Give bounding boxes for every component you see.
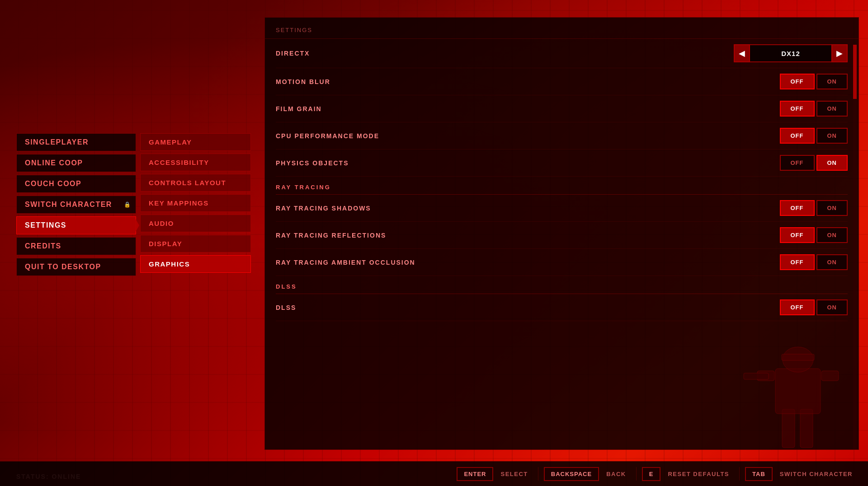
directx-arrow-left[interactable]: ◀ bbox=[734, 44, 750, 62]
physics-objects-row: PHYSICS OBJECTS OFF ON bbox=[276, 150, 848, 177]
ray-tracing-reflections-on[interactable]: ON bbox=[816, 227, 848, 243]
enter-key-button[interactable]: ENTER bbox=[457, 467, 493, 481]
settings-header: SETTINGS bbox=[265, 18, 859, 39]
dlss-off[interactable]: OFF bbox=[780, 299, 815, 315]
cpu-performance-label: CPU PERFORMANCE MODE bbox=[276, 132, 379, 140]
backspace-key-button[interactable]: BACKSPACE bbox=[544, 467, 599, 481]
separator-3 bbox=[739, 467, 740, 481]
separator-1 bbox=[538, 467, 538, 481]
film-grain-controls: OFF ON bbox=[780, 101, 848, 117]
settings-panel: SETTINGS DirectX ◀ DX12 ▶ MOTION BLUR OF… bbox=[264, 17, 859, 450]
film-grain-label: FILM GRAIN bbox=[276, 105, 322, 112]
ray-tracing-ambient-row: RAY TRACING AMBIENT OCCLUSION OFF ON bbox=[276, 249, 848, 276]
submenu-controls-layout[interactable]: CONTROLS LAYOUT bbox=[140, 174, 251, 192]
film-grain-row: FILM GRAIN OFF ON bbox=[276, 95, 848, 122]
physics-objects-label: PHYSICS OBJECTS bbox=[276, 159, 349, 167]
backspace-key-label: BACK bbox=[602, 471, 631, 477]
motion-blur-on[interactable]: ON bbox=[816, 74, 848, 89]
menu-online-coop[interactable]: ONLINE COOP bbox=[16, 154, 136, 172]
physics-objects-controls: OFF ON bbox=[780, 155, 848, 171]
directx-label: DirectX bbox=[276, 50, 310, 57]
menu-settings[interactable]: SETTINGS bbox=[16, 216, 136, 234]
scrollbar-track[interactable] bbox=[853, 45, 857, 449]
motion-blur-off[interactable]: OFF bbox=[780, 74, 815, 89]
ray-tracing-reflections-row: RAY TRACING REFLECTIONS OFF ON bbox=[276, 222, 848, 249]
cpu-performance-controls: OFF ON bbox=[780, 128, 848, 144]
cpu-performance-row: CPU PERFORMANCE MODE OFF ON bbox=[276, 122, 848, 150]
menu-quit[interactable]: QUIT TO DESKTOP bbox=[16, 258, 136, 276]
directx-arrow-right[interactable]: ▶ bbox=[831, 44, 848, 62]
directx-row: DirectX ◀ DX12 ▶ bbox=[276, 39, 848, 68]
left-menu: SINGLEPLAYER ONLINE COOP COUCH COOP SWIT… bbox=[16, 133, 152, 279]
ray-tracing-shadows-on[interactable]: ON bbox=[816, 200, 848, 216]
ray-tracing-ambient-off[interactable]: OFF bbox=[780, 254, 815, 270]
separator-2 bbox=[636, 467, 637, 481]
bottom-bar: ENTER SELECT BACKSPACE BACK E RESET DEFA… bbox=[0, 461, 868, 486]
ray-tracing-shadows-controls: OFF ON bbox=[780, 200, 848, 216]
menu-switch-character[interactable]: SWITCH CHARACTER bbox=[16, 196, 136, 214]
settings-header-text: SETTINGS bbox=[276, 27, 312, 33]
ray-tracing-ambient-label: RAY TRACING AMBIENT OCCLUSION bbox=[276, 259, 415, 266]
dlss-controls: OFF ON bbox=[780, 299, 848, 315]
motion-blur-controls: OFF ON bbox=[780, 74, 848, 89]
ray-tracing-reflections-controls: OFF ON bbox=[780, 227, 848, 243]
directx-control: ◀ DX12 ▶ bbox=[734, 44, 848, 62]
submenu-key-mappings[interactable]: KEY MAPPINGS bbox=[140, 194, 251, 212]
submenu-graphics[interactable]: GRAPHICS bbox=[140, 255, 251, 273]
cpu-performance-off[interactable]: OFF bbox=[780, 128, 815, 144]
physics-objects-on[interactable]: ON bbox=[816, 155, 848, 171]
enter-key-label: SELECT bbox=[496, 471, 532, 477]
film-grain-off[interactable]: OFF bbox=[780, 101, 815, 117]
ray-tracing-reflections-off[interactable]: OFF bbox=[780, 227, 815, 243]
e-key-button[interactable]: E bbox=[642, 467, 661, 481]
menu-singleplayer[interactable]: SINGLEPLAYER bbox=[16, 133, 136, 151]
menu-couch-coop[interactable]: COUCH COOP bbox=[16, 175, 136, 193]
ray-tracing-section-title: RAY TRACING bbox=[276, 177, 848, 195]
dlss-on[interactable]: ON bbox=[816, 299, 848, 315]
directx-value: DX12 bbox=[750, 44, 831, 62]
tab-key-button[interactable]: TAB bbox=[745, 467, 773, 481]
physics-objects-off[interactable]: OFF bbox=[780, 155, 815, 171]
cpu-performance-on[interactable]: ON bbox=[816, 128, 848, 144]
dlss-section-title: DLSS bbox=[276, 276, 848, 294]
menu-credits[interactable]: CREDITS bbox=[16, 237, 136, 255]
ray-tracing-shadows-off[interactable]: OFF bbox=[780, 200, 815, 216]
right-submenu: GAMEPLAY ACCESSIBILITY CONTROLS LAYOUT K… bbox=[140, 133, 253, 276]
ray-tracing-shadows-row: RAY TRACING SHADOWS OFF ON bbox=[276, 195, 848, 222]
film-grain-on[interactable]: ON bbox=[816, 101, 848, 117]
submenu-display[interactable]: DISPLAY bbox=[140, 235, 251, 252]
scrollbar-thumb[interactable] bbox=[853, 45, 857, 99]
ray-tracing-reflections-label: RAY TRACING REFLECTIONS bbox=[276, 232, 386, 239]
submenu-accessibility[interactable]: ACCESSIBILITY bbox=[140, 154, 251, 171]
submenu-audio[interactable]: AUDIO bbox=[140, 215, 251, 232]
e-key-label: RESET DEFAULTS bbox=[663, 471, 734, 477]
tab-key-label: SWITCH CHARACTER bbox=[775, 471, 857, 477]
settings-content[interactable]: DirectX ◀ DX12 ▶ MOTION BLUR OFF ON FILM… bbox=[265, 39, 859, 444]
dlss-label: DLSS bbox=[276, 304, 296, 311]
dlss-row: DLSS OFF ON bbox=[276, 294, 848, 321]
ray-tracing-ambient-on[interactable]: ON bbox=[816, 254, 848, 270]
motion-blur-label: MOTION BLUR bbox=[276, 78, 330, 85]
submenu-gameplay[interactable]: GAMEPLAY bbox=[140, 133, 251, 151]
motion-blur-row: MOTION BLUR OFF ON bbox=[276, 68, 848, 95]
ray-tracing-shadows-label: RAY TRACING SHADOWS bbox=[276, 205, 371, 212]
ray-tracing-ambient-controls: OFF ON bbox=[780, 254, 848, 270]
